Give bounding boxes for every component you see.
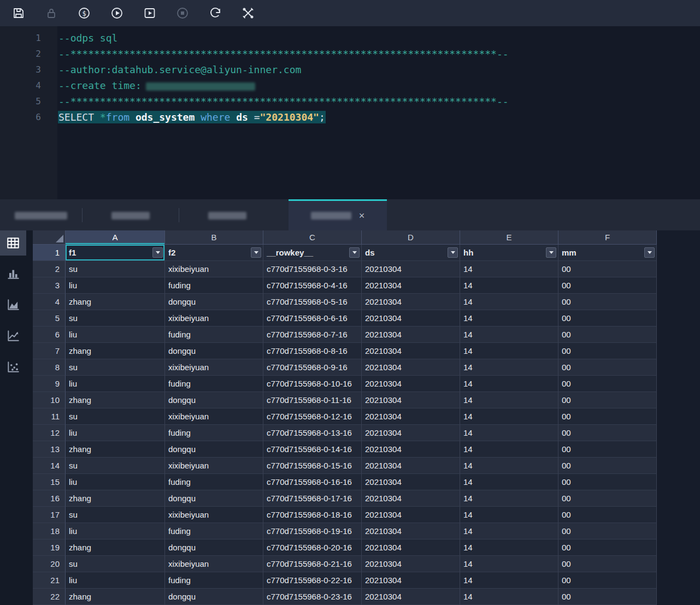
column-header-F[interactable]: F	[558, 230, 657, 245]
data-cell[interactable]: su	[66, 556, 165, 572]
data-cell[interactable]: 14	[460, 392, 558, 408]
data-cell[interactable]: 14	[460, 408, 558, 425]
data-cell[interactable]: 20210304	[362, 392, 460, 408]
data-cell[interactable]: xixibeiyuan	[165, 310, 263, 327]
data-cell[interactable]: c770d7155968-0-3-16	[263, 261, 362, 277]
data-cell[interactable]: c770d7155968-0-20-16	[263, 539, 362, 556]
field-cell-__rowkey__[interactable]: __rowkey__	[263, 245, 362, 261]
data-cell[interactable]: 00	[558, 408, 657, 425]
data-cell[interactable]: c770d7155968-0-21-16	[263, 556, 362, 572]
data-cell[interactable]: 14	[460, 441, 558, 458]
data-cell[interactable]: 20210304	[362, 539, 460, 556]
data-cell[interactable]: 20210304	[362, 474, 460, 490]
data-cell[interactable]: 20210304	[362, 589, 460, 605]
data-cell[interactable]: xixibeiyuan	[165, 408, 263, 425]
data-cell[interactable]: c770d7155968-0-11-16	[263, 392, 362, 408]
data-cell[interactable]: zhang	[66, 294, 165, 310]
data-cell[interactable]: liu	[66, 376, 165, 392]
data-cell[interactable]: c770d7155968-0-8-16	[263, 343, 362, 359]
data-cell[interactable]: xixibeiyuan	[165, 507, 263, 523]
data-cell[interactable]: xixibeiyuan	[165, 359, 263, 376]
data-cell[interactable]: 20210304	[362, 343, 460, 359]
data-cell[interactable]: 20210304	[362, 458, 460, 474]
data-cell[interactable]: 14	[460, 556, 558, 572]
data-cell[interactable]: dongqu	[165, 294, 263, 310]
row-header-17[interactable]: 17	[33, 507, 66, 523]
data-cell[interactable]: 00	[558, 376, 657, 392]
data-cell[interactable]: liu	[66, 572, 165, 589]
data-cell[interactable]: 00	[558, 507, 657, 523]
data-cell[interactable]: 20210304	[362, 294, 460, 310]
view-line-chart-icon[interactable]	[0, 323, 26, 349]
data-cell[interactable]: fuding	[165, 523, 263, 539]
data-cell[interactable]: 20210304	[362, 441, 460, 458]
filter-dropdown-icon[interactable]	[546, 247, 556, 258]
row-header-10[interactable]: 10	[33, 392, 66, 408]
data-cell[interactable]: su	[66, 507, 165, 523]
data-cell[interactable]: 00	[558, 277, 657, 294]
data-cell[interactable]: fuding	[165, 376, 263, 392]
row-header-6[interactable]: 6	[33, 327, 66, 343]
data-cell[interactable]: liu	[66, 523, 165, 539]
data-cell[interactable]: c770d7155968-0-7-16	[263, 327, 362, 343]
row-header-21[interactable]: 21	[33, 572, 66, 589]
data-cell[interactable]: c770d7155968-0-6-16	[263, 310, 362, 327]
data-cell[interactable]: c770d7155968-0-10-16	[263, 376, 362, 392]
row-header-20[interactable]: 20	[33, 556, 66, 572]
row-header-9[interactable]: 9	[33, 376, 66, 392]
data-cell[interactable]: c770d7155968-0-12-16	[263, 408, 362, 425]
sql-editor[interactable]: 123456 --odps sql--*********************…	[0, 26, 700, 199]
data-cell[interactable]: liu	[66, 425, 165, 441]
data-cell[interactable]: c770d7155968-0-15-16	[263, 458, 362, 474]
data-cell[interactable]: 20210304	[362, 523, 460, 539]
data-cell[interactable]: liu	[66, 474, 165, 490]
data-cell[interactable]: 00	[558, 539, 657, 556]
data-cell[interactable]: su	[66, 359, 165, 376]
tab-2[interactable]	[83, 199, 179, 230]
data-cell[interactable]: 20210304	[362, 277, 460, 294]
data-cell[interactable]: zhang	[66, 441, 165, 458]
tab-1[interactable]	[0, 199, 82, 230]
row-header-2[interactable]: 2	[33, 261, 66, 277]
data-cell[interactable]: 14	[460, 572, 558, 589]
data-cell[interactable]: 00	[558, 359, 657, 376]
data-cell[interactable]: xixibeiyuan	[165, 261, 263, 277]
row-header-15[interactable]: 15	[33, 474, 66, 490]
data-cell[interactable]: c770d7155968-0-14-16	[263, 441, 362, 458]
filter-dropdown-icon[interactable]	[152, 247, 163, 258]
data-cell[interactable]: 14	[460, 376, 558, 392]
data-cell[interactable]: 20210304	[362, 556, 460, 572]
data-cell[interactable]: xixibeiyuan	[165, 556, 263, 572]
column-header-C[interactable]: C	[263, 230, 362, 245]
data-cell[interactable]: zhang	[66, 589, 165, 605]
data-cell[interactable]: fuding	[165, 572, 263, 589]
field-cell-f1[interactable]: f1	[66, 245, 165, 261]
data-cell[interactable]: 00	[558, 327, 657, 343]
view-bar-chart-icon[interactable]	[0, 260, 26, 287]
row-header-1[interactable]: 1	[33, 245, 66, 261]
row-header-3[interactable]: 3	[33, 277, 66, 294]
data-cell[interactable]: 14	[460, 294, 558, 310]
data-cell[interactable]: fuding	[165, 277, 263, 294]
row-header-8[interactable]: 8	[33, 359, 66, 376]
tab-4[interactable]: ×	[289, 199, 387, 230]
data-cell[interactable]: 00	[558, 572, 657, 589]
data-cell[interactable]: c770d7155968-0-18-16	[263, 507, 362, 523]
field-cell-mm[interactable]: mm	[558, 245, 657, 261]
format-tools-icon[interactable]	[242, 7, 255, 20]
row-header-4[interactable]: 4	[33, 294, 66, 310]
data-cell[interactable]: c770d7155968-0-22-16	[263, 572, 362, 589]
data-cell[interactable]: 20210304	[362, 572, 460, 589]
row-header-12[interactable]: 12	[33, 425, 66, 441]
data-cell[interactable]: c770d7155968-0-13-16	[263, 425, 362, 441]
data-cell[interactable]: fuding	[165, 327, 263, 343]
data-cell[interactable]: zhang	[66, 490, 165, 507]
data-cell[interactable]: 14	[460, 261, 558, 277]
data-cell[interactable]: 20210304	[362, 490, 460, 507]
data-cell[interactable]: 00	[558, 490, 657, 507]
data-cell[interactable]: 14	[460, 490, 558, 507]
data-cell[interactable]: c770d7155968-0-4-16	[263, 277, 362, 294]
column-header-D[interactable]: D	[362, 230, 460, 245]
data-cell[interactable]: 20210304	[362, 310, 460, 327]
row-header-7[interactable]: 7	[33, 343, 66, 359]
